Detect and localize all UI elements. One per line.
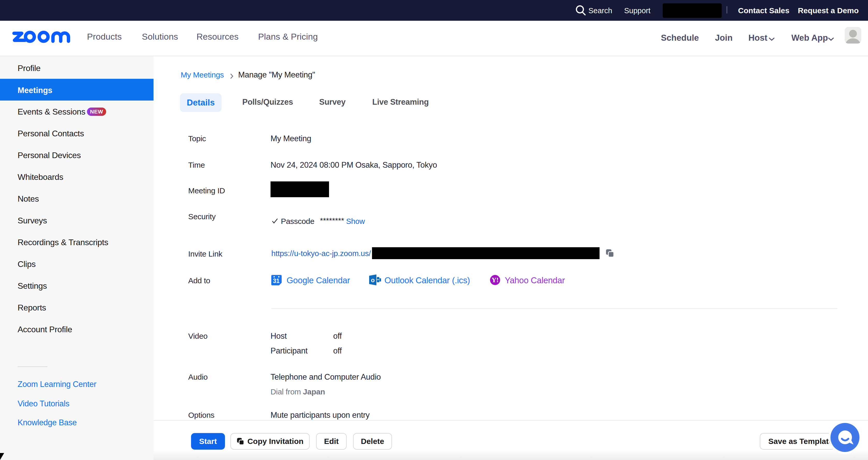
svg-text:31: 31: [273, 278, 280, 284]
svg-text:o: o: [371, 277, 375, 284]
